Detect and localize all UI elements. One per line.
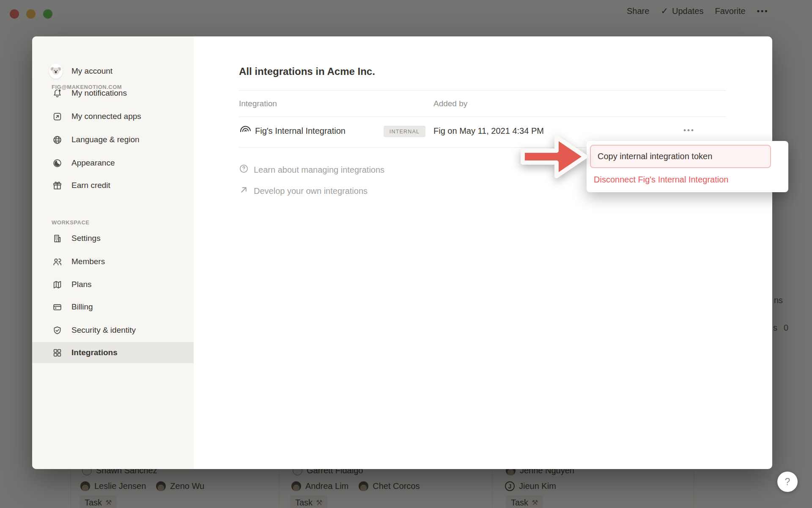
koala-avatar-icon bbox=[52, 64, 63, 79]
moon-icon bbox=[52, 158, 63, 168]
link-label: Learn about managing integrations bbox=[254, 165, 384, 175]
sidebar-item-appearance[interactable]: Appearance bbox=[32, 152, 194, 174]
disconnect-integration-menu-item[interactable]: Disconnect Fig's Internal Integration bbox=[594, 172, 728, 187]
arrow-up-right-icon bbox=[239, 185, 249, 197]
learn-integrations-link[interactable]: Learn about managing integrations bbox=[239, 164, 384, 176]
sidebar-item-earn-credit[interactable]: Earn credit bbox=[32, 175, 194, 196]
people-icon bbox=[52, 257, 63, 267]
sidebar-item-my-account[interactable]: My account bbox=[32, 61, 194, 82]
column-header-added-by: Added by bbox=[433, 99, 467, 108]
sidebar-item-label: Billing bbox=[71, 302, 93, 312]
external-link-box-icon bbox=[52, 112, 63, 121]
workspace-section-header: WORKSPACE bbox=[52, 219, 89, 226]
table-divider bbox=[239, 90, 726, 91]
copy-internal-token-menu-item[interactable]: Copy internal integration token bbox=[590, 145, 771, 168]
settings-sidebar: FIG@MAKENOTION.COM My account bbox=[32, 36, 194, 469]
table-divider bbox=[239, 116, 726, 117]
link-label: Develop your own integrations bbox=[254, 186, 368, 196]
sidebar-item-label: Language & region bbox=[71, 135, 140, 144]
annotation-arrow-icon bbox=[519, 132, 590, 184]
grid-icon bbox=[52, 348, 63, 358]
sidebar-item-label: Members bbox=[71, 257, 105, 266]
building-icon bbox=[52, 234, 63, 243]
sidebar-item-label: Plans bbox=[71, 280, 92, 289]
sidebar-item-label: Settings bbox=[71, 234, 101, 243]
sidebar-item-settings[interactable]: Settings bbox=[32, 228, 194, 249]
sidebar-item-plans[interactable]: Plans bbox=[32, 274, 194, 295]
sidebar-item-security-identity[interactable]: Security & identity bbox=[32, 320, 194, 341]
sidebar-item-label: My account bbox=[71, 66, 112, 76]
sidebar-item-billing[interactable]: Billing bbox=[32, 296, 194, 318]
sidebar-item-label: Security & identity bbox=[71, 326, 136, 335]
integration-context-menu: Copy internal integration token Disconne… bbox=[587, 141, 788, 192]
question-circle-icon bbox=[239, 164, 249, 176]
column-header-integration: Integration bbox=[239, 99, 277, 108]
sidebar-item-members[interactable]: Members bbox=[32, 251, 194, 272]
page-title: All integrations in Acme Inc. bbox=[239, 66, 375, 77]
sidebar-item-language-region[interactable]: Language & region bbox=[32, 129, 194, 150]
integration-name: Fig's Internal Integration bbox=[255, 126, 346, 136]
sidebar-item-label: Integrations bbox=[71, 348, 118, 357]
credit-card-icon bbox=[52, 302, 63, 312]
menu-item-label: Disconnect Fig's Internal Integration bbox=[594, 175, 728, 185]
map-icon bbox=[52, 280, 63, 290]
sidebar-item-label: Earn credit bbox=[71, 181, 110, 190]
help-button[interactable]: ? bbox=[777, 472, 798, 492]
sidebar-item-label: My connected apps bbox=[71, 112, 141, 121]
screenshot-stage: Share ✓ Updates Favorite ••• Shawn Sanch… bbox=[0, 0, 812, 508]
row-more-button[interactable]: ••• bbox=[683, 126, 695, 135]
sidebar-item-my-notifications[interactable]: My notifications bbox=[32, 83, 194, 104]
globe-icon bbox=[52, 135, 63, 145]
develop-integrations-link[interactable]: Develop your own integrations bbox=[239, 185, 368, 197]
sidebar-item-label: Appearance bbox=[71, 158, 115, 168]
bell-icon bbox=[52, 88, 63, 98]
sidebar-item-my-connected-apps[interactable]: My connected apps bbox=[32, 106, 194, 127]
internal-badge: INTERNAL bbox=[384, 126, 425, 137]
gift-icon bbox=[52, 181, 63, 190]
shield-check-icon bbox=[52, 326, 63, 335]
sidebar-item-label: My notifications bbox=[71, 88, 127, 98]
settings-modal: FIG@MAKENOTION.COM My account bbox=[32, 36, 772, 469]
sidebar-item-integrations[interactable]: Integrations bbox=[32, 342, 194, 363]
integration-logo-icon bbox=[238, 120, 252, 135]
menu-item-label: Copy internal integration token bbox=[598, 152, 712, 161]
